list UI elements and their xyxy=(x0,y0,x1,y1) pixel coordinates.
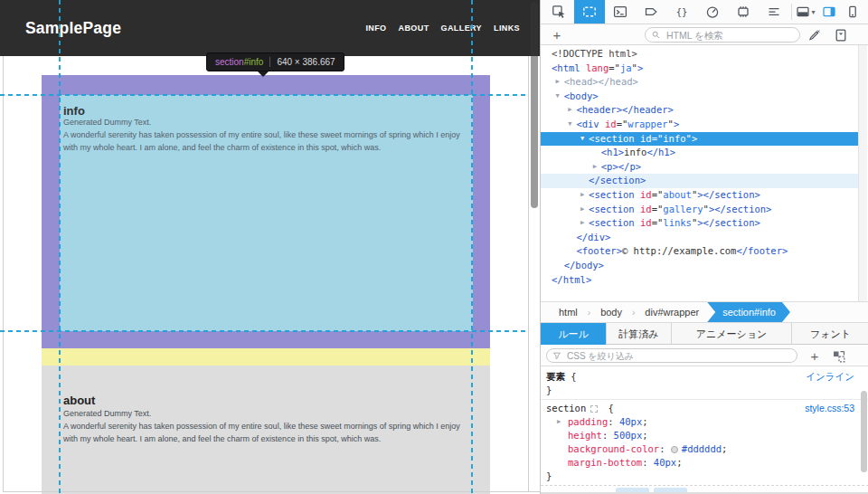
html-search-input[interactable] xyxy=(665,29,794,42)
performance-icon xyxy=(705,5,720,19)
rule-selector[interactable]: section xyxy=(546,403,586,413)
expand-arrow-closed-icon[interactable]: ▶ xyxy=(578,203,587,217)
markup-row[interactable]: <h1>info</h1> xyxy=(541,146,858,160)
css-property-row[interactable]: margin-bottom: 40px; xyxy=(541,456,868,470)
page-scrollbar-thumb[interactable] xyxy=(531,2,538,208)
nav-link-links[interactable]: LINKS xyxy=(494,24,520,33)
add-node-button[interactable]: + xyxy=(548,25,566,43)
css-property-value[interactable]: 40px xyxy=(654,457,676,468)
css-colon: : xyxy=(642,457,654,468)
css-filter-field[interactable] xyxy=(546,348,797,363)
markup-row[interactable]: ▶<section id="links"></section> xyxy=(541,216,858,231)
markup-row[interactable]: <html lang="ja"> xyxy=(541,62,858,76)
nav-link-about[interactable]: ABOUT xyxy=(399,24,429,33)
css-property-name[interactable]: padding xyxy=(568,416,608,427)
css-property-name[interactable]: margin-bottom xyxy=(568,457,642,468)
color-swatch[interactable] xyxy=(671,446,678,453)
rule-selector[interactable]: 要素 xyxy=(546,371,565,382)
edit-pen-icon[interactable] xyxy=(806,26,823,43)
markup-row[interactable]: ▼<body> xyxy=(541,90,858,104)
markup-row[interactable]: </body> xyxy=(541,259,858,273)
nav-link-gallery[interactable]: GALLERY xyxy=(441,24,482,33)
markup-row[interactable]: ▼<div id="wrapper"> xyxy=(541,118,858,132)
markup-token: id xyxy=(640,217,652,228)
markup-row[interactable]: ▶<p></p> xyxy=(541,160,858,175)
book-icon[interactable] xyxy=(832,26,849,43)
breadcrumb-separator: › xyxy=(588,308,590,318)
inspector-button[interactable] xyxy=(574,0,605,24)
css-property-name[interactable]: background-color xyxy=(568,443,659,454)
expand-arrow-closed-icon[interactable]: ▶ xyxy=(565,103,574,118)
performance-button[interactable] xyxy=(697,0,728,24)
markup-row[interactable]: <footer>© http://example.com</footer> xyxy=(541,244,858,259)
markup-view: <!DOCTYPE html><html lang="ja">▶<head></… xyxy=(541,45,868,301)
markup-row[interactable]: </html> xyxy=(541,273,858,288)
css-property-name[interactable]: height xyxy=(568,430,602,441)
css-property-value[interactable]: #dddddd xyxy=(682,443,722,454)
expand-arrow-open-icon[interactable]: ▼ xyxy=(553,90,562,104)
expand-arrow-closed-icon[interactable]: ▶ xyxy=(553,75,562,90)
filter-funnel-icon xyxy=(552,351,561,360)
markup-row[interactable]: ▶<header></header> xyxy=(541,103,858,118)
breadcrumb-item-html[interactable]: html xyxy=(559,307,578,318)
debugger-button[interactable] xyxy=(636,0,666,24)
svg-text:{}: {} xyxy=(676,6,688,17)
css-filter-input[interactable] xyxy=(565,350,791,362)
pseudo-class-panel-icon[interactable] xyxy=(830,347,847,365)
expand-arrow-closed-icon[interactable]: ▶ xyxy=(590,160,599,175)
markup-row[interactable]: </div> xyxy=(541,231,858,245)
rule-source-link[interactable]: style.css:53 xyxy=(805,402,854,415)
markup-token: </h1> xyxy=(646,147,675,157)
inspect-picker-icon xyxy=(552,5,566,19)
expand-arrow-closed-icon[interactable]: ▶ xyxy=(578,188,587,203)
paragraph-line: A wonderful serenity has taken possessio… xyxy=(63,420,460,432)
expand-arrow-open-icon[interactable]: ▼ xyxy=(565,118,574,132)
nav-link-info[interactable]: INFO xyxy=(365,24,386,33)
rule-close-brace: } xyxy=(541,384,868,397)
tab-1[interactable]: 計算済み xyxy=(607,323,672,345)
browser-viewport: SamplePage INFOABOUTGALLERYLINKS info Ge… xyxy=(0,0,540,494)
breadcrumb-item-divwrapper[interactable]: div#wrapper xyxy=(645,307,699,318)
markup-row-selected[interactable]: ▼<section id="info"> xyxy=(541,132,858,147)
tab-3[interactable]: フォント xyxy=(792,323,868,345)
expand-arrow-closed-icon[interactable]: ▶ xyxy=(578,216,587,231)
sidebar-toggle-button[interactable] xyxy=(817,0,841,24)
dock-options-button[interactable]: ▾ xyxy=(794,0,817,24)
highlighter-infobar: section#info 640 × 386.667 xyxy=(206,52,344,71)
html-search-field[interactable] xyxy=(645,27,800,43)
markup-row[interactable]: <!DOCTYPE html> xyxy=(541,47,858,62)
infobar-id: #info xyxy=(244,57,264,67)
css-property-row[interactable]: ▶padding: 40px; xyxy=(541,415,868,429)
memory-button[interactable] xyxy=(728,0,759,24)
expand-arrow-closed-icon[interactable]: ▶ xyxy=(557,415,561,429)
markup-row[interactable]: ▶<section id="gallery"></section> xyxy=(541,203,858,217)
css-property-value[interactable]: 40px xyxy=(619,416,642,427)
console-button[interactable] xyxy=(605,0,636,24)
markup-scrollbar-track[interactable] xyxy=(858,45,867,301)
add-rule-button[interactable]: + xyxy=(806,347,824,365)
css-colon: : xyxy=(608,416,619,427)
markup-row[interactable]: ▶<head></head> xyxy=(541,75,858,90)
css-property-value[interactable]: 500px xyxy=(614,430,643,441)
selector-highlighter-icon[interactable] xyxy=(590,405,598,413)
markup-token: > xyxy=(637,62,643,73)
highlighter-margin-overlay xyxy=(42,348,490,366)
expand-arrow-open-icon[interactable]: ▼ xyxy=(578,132,587,147)
rule-source-link[interactable]: インライン xyxy=(806,370,854,384)
network-button[interactable] xyxy=(759,0,789,24)
about-section-heading: about xyxy=(63,394,95,407)
css-property-row[interactable]: height: 500px; xyxy=(541,429,868,442)
breadcrumb-separator: › xyxy=(632,308,635,318)
rules-scrollbar-thumb[interactable] xyxy=(861,391,867,472)
markup-row[interactable]: ▶<section id="about"></section> xyxy=(541,188,858,203)
css-property-row[interactable]: background-color: #dddddd; xyxy=(541,442,868,456)
css-semicolon: ; xyxy=(642,430,647,441)
inspect-picker-button[interactable] xyxy=(543,0,574,24)
markup-row[interactable]: </section> xyxy=(541,174,858,188)
breadcrumb-item-body[interactable]: body xyxy=(600,307,622,318)
breadcrumb-item-selected[interactable]: section#info xyxy=(707,302,790,322)
tab-0[interactable]: ルール xyxy=(541,323,607,345)
style-editor-button[interactable]: {} xyxy=(666,0,697,24)
tab-2[interactable]: アニメーション xyxy=(672,323,792,345)
responsive-mode-button[interactable] xyxy=(841,0,864,24)
